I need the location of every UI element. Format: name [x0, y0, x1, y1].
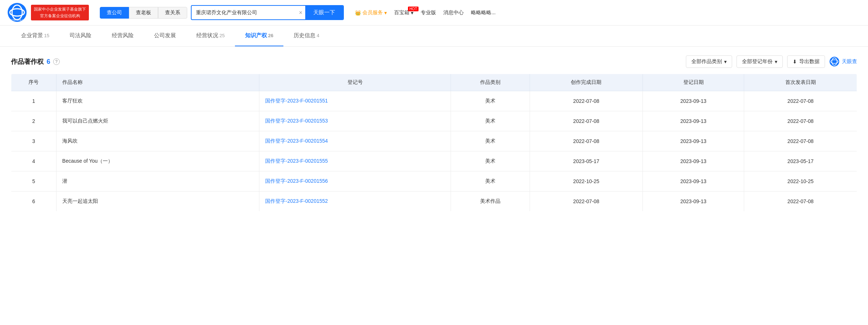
nav-tabs: 企业背景15 司法风险 经营风险 公司发展 经营状况25 知识产权26 历史信息…: [0, 26, 868, 47]
cell-first-pub-date: 2023-05-17: [744, 151, 857, 171]
cell-reg-date: 2023-09-13: [643, 131, 744, 151]
cell-name: 客厅狂欢: [56, 91, 259, 111]
logo-icon: TianYanCha.com: [7, 3, 27, 23]
cell-first-pub-date: 2022-10-25: [744, 171, 857, 191]
search-input[interactable]: [192, 7, 296, 19]
table-row: 2 我可以自己点燃火炬 国作登字-2023-F-00201553 美术 2022…: [11, 111, 857, 131]
cell-index: 1: [11, 91, 56, 111]
logo-area: TianYanCha.com 国家中小企业发展子基金旗下 官方备案企业征信机构: [7, 3, 89, 23]
cell-creation-date: 2022-07-08: [530, 131, 643, 151]
cell-reg-date: 2023-09-13: [643, 111, 744, 131]
cell-name: 天亮一起追太阳: [56, 191, 259, 212]
download-icon: ⬇: [793, 59, 797, 65]
cell-creation-date: 2022-07-08: [530, 191, 643, 212]
more-link[interactable]: 略略略略...: [471, 9, 496, 16]
table-row: 1 客厅狂欢 国作登字-2023-F-00201551 美术 2022-07-0…: [11, 91, 857, 111]
header: TianYanCha.com 国家中小企业发展子基金旗下 官方备案企业征信机构 …: [0, 0, 868, 26]
nav-tab-operation-risk[interactable]: 经营风险: [102, 26, 144, 46]
cell-reg-num[interactable]: 国作登字-2023-F-00201555: [259, 151, 451, 171]
cell-reg-num[interactable]: 国作登字-2023-F-00201553: [259, 111, 451, 131]
help-icon[interactable]: ?: [53, 58, 60, 65]
copyright-table: 序号 作品名称 登记号 作品类别 创作完成日期 登记日期 首次发表日期 1 客厅…: [11, 74, 857, 212]
section-tools: 全部作品类别 ▾ 全部登记年份 ▾ ⬇ 导出数据 天眼查: [686, 55, 857, 68]
th-name: 作品名称: [56, 74, 259, 91]
baobao-link[interactable]: 百宝箱 ▾ HOT: [394, 9, 413, 16]
cell-name: Because of You（一）: [56, 151, 259, 171]
svg-point-4: [830, 57, 839, 66]
export-button[interactable]: ⬇ 导出数据: [787, 55, 825, 68]
cell-creation-date: 2022-07-08: [530, 91, 643, 111]
cell-category: 美术作品: [451, 191, 530, 212]
search-tabs: 查公司 查老板 查关系: [100, 7, 187, 19]
chevron-down-icon: ▾: [724, 59, 727, 65]
pro-link[interactable]: 专业版: [421, 9, 436, 16]
official-badge: 国家中小企业发展子基金旗下 官方备案企业征信机构: [31, 5, 89, 20]
cell-name: 海风吹: [56, 131, 259, 151]
svg-text:TianYanCha.com: TianYanCha.com: [7, 19, 27, 21]
cell-creation-date: 2022-10-25: [530, 171, 643, 191]
cell-category: 美术: [451, 91, 530, 111]
main-content: 作品著作权 6 ? 全部作品类别 ▾ 全部登记年份 ▾ ⬇ 导出数据: [0, 47, 868, 220]
nav-tab-history[interactable]: 历史信息4: [283, 26, 329, 46]
nav-tab-development[interactable]: 公司发展: [144, 26, 186, 46]
watermark-logo-icon: [829, 57, 840, 67]
th-category: 作品类别: [451, 74, 530, 91]
header-right: 👑 会员服务 ▾ 百宝箱 ▾ HOT 专业版 消息中心 略略略略...: [355, 9, 496, 16]
filter-category-btn[interactable]: 全部作品类别 ▾: [686, 55, 732, 68]
table-row: 4 Because of You（一） 国作登字-2023-F-00201555…: [11, 151, 857, 171]
cell-index: 5: [11, 171, 56, 191]
cell-creation-date: 2022-07-08: [530, 111, 643, 131]
th-reg-num: 登记号: [259, 74, 451, 91]
member-service-button[interactable]: 👑 会员服务 ▾: [355, 9, 387, 16]
table-row: 6 天亮一起追太阳 国作登字-2023-F-00201552 美术作品 2022…: [11, 191, 857, 212]
section-header: 作品著作权 6 ? 全部作品类别 ▾ 全部登记年份 ▾ ⬇ 导出数据: [11, 55, 857, 68]
chevron-down-icon-year: ▾: [775, 59, 777, 65]
cell-first-pub-date: 2022-07-08: [744, 111, 857, 131]
cell-category: 美术: [451, 111, 530, 131]
nav-tab-ip[interactable]: 知识产权26: [235, 26, 283, 46]
cell-reg-num[interactable]: 国作登字-2023-F-00201556: [259, 171, 451, 191]
clear-icon[interactable]: ×: [296, 9, 305, 16]
section-title: 作品著作权 6 ?: [11, 57, 60, 66]
watermark: 天眼查: [829, 57, 857, 67]
cell-name: 我可以自己点燃火炬: [56, 111, 259, 131]
search-box: × 天眼一下: [191, 5, 344, 20]
cell-category: 美术: [451, 151, 530, 171]
th-index: 序号: [11, 74, 56, 91]
filter-year-btn[interactable]: 全部登记年份 ▾: [737, 55, 783, 68]
tab-search-boss[interactable]: 查老板: [129, 7, 158, 19]
cell-reg-num[interactable]: 国作登字-2023-F-00201552: [259, 191, 451, 212]
th-creation-date: 创作完成日期: [530, 74, 643, 91]
table-header-row: 序号 作品名称 登记号 作品类别 创作完成日期 登记日期 首次发表日期: [11, 74, 857, 91]
cell-category: 美术: [451, 171, 530, 191]
nav-tab-operation-status[interactable]: 经营状况25: [186, 26, 235, 46]
cell-reg-date: 2023-09-13: [643, 151, 744, 171]
cell-reg-num[interactable]: 国作登字-2023-F-00201554: [259, 131, 451, 151]
cell-index: 2: [11, 111, 56, 131]
cell-reg-date: 2023-09-13: [643, 171, 744, 191]
cell-first-pub-date: 2022-07-08: [744, 91, 857, 111]
tab-search-relation[interactable]: 查关系: [158, 7, 187, 19]
nav-tab-background[interactable]: 企业背景15: [11, 26, 59, 46]
cell-index: 4: [11, 151, 56, 171]
table-row: 3 海风吹 国作登字-2023-F-00201554 美术 2022-07-08…: [11, 131, 857, 151]
tab-search-company[interactable]: 查公司: [100, 7, 129, 19]
cell-reg-date: 2023-09-13: [643, 191, 744, 212]
cell-first-pub-date: 2022-07-08: [744, 191, 857, 212]
hot-badge: HOT: [408, 7, 419, 11]
cell-category: 美术: [451, 131, 530, 151]
cell-name: 潜: [56, 171, 259, 191]
table-body: 1 客厅狂欢 国作登字-2023-F-00201551 美术 2022-07-0…: [11, 91, 857, 212]
message-link[interactable]: 消息中心: [443, 9, 464, 16]
th-reg-date: 登记日期: [643, 74, 744, 91]
search-button[interactable]: 天眼一下: [305, 6, 343, 19]
cell-index: 6: [11, 191, 56, 212]
table-row: 5 潜 国作登字-2023-F-00201556 美术 2022-10-25 2…: [11, 171, 857, 191]
cell-first-pub-date: 2022-07-08: [744, 131, 857, 151]
cell-reg-num[interactable]: 国作登字-2023-F-00201551: [259, 91, 451, 111]
th-first-pub-date: 首次发表日期: [744, 74, 857, 91]
cell-creation-date: 2023-05-17: [530, 151, 643, 171]
cell-reg-date: 2023-09-13: [643, 91, 744, 111]
cell-index: 3: [11, 131, 56, 151]
nav-tab-judicial[interactable]: 司法风险: [59, 26, 102, 46]
